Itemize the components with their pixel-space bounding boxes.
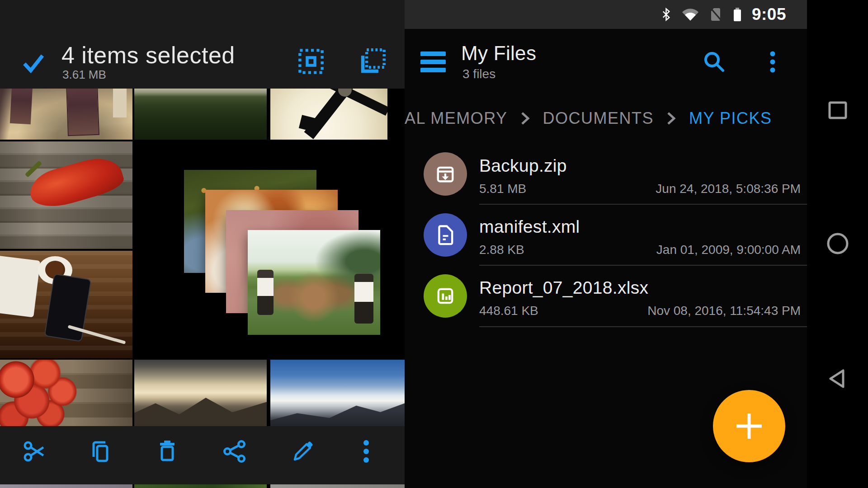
breadcrumb: AL MEMORY DOCUMENTS MY PICKS [405,108,802,128]
breadcrumb-documents[interactable]: DOCUMENTS [543,109,654,128]
file-count-label: 3 files [462,67,495,81]
search-icon[interactable] [702,49,727,75]
battery-icon [733,7,742,22]
file-size: 448.61 KB [479,303,538,318]
chili-stem [25,160,42,178]
photo-cloud-mountain-thumbnail[interactable] [134,360,267,426]
photo-tomatoes-thumbnail[interactable] [0,360,132,426]
file-manager-panel: 9:05 My Files 3 files [405,0,807,488]
mountain-silhouette [134,392,267,426]
file-row-backup-zip[interactable]: Backup.zip 5.81 MB Jun 24, 2018, 5:08:36… [405,143,807,204]
photo-detail [66,89,99,136]
share-button[interactable] [222,439,247,464]
chevron-right-icon [519,109,531,127]
breadcrumb-my-picks[interactable]: MY PICKS [689,109,772,128]
no-sim-icon [709,7,723,22]
selected-photo-cows[interactable] [248,230,380,335]
photo-desk-thumbnail[interactable] [0,251,132,358]
page-title: My Files [461,42,536,65]
wifi-icon [681,8,699,21]
clock-time: 9:05 [752,5,786,24]
selection-count-label: 4 items selected [61,42,235,69]
split-screen: 4 items selected 3.61 MB [0,0,868,488]
invert-selection-button[interactable] [359,48,386,75]
chili-pepper [26,152,127,213]
photo-field-thumbnail[interactable] [134,89,267,140]
file-date: Jun 24, 2018, 5:08:36 PM [656,181,801,196]
list-divider [479,326,807,327]
delete-button[interactable] [155,439,180,464]
selection-size-label: 3.61 MB [62,68,106,81]
spreadsheet-icon [424,274,467,318]
bluetooth-icon [661,7,671,22]
photo-sky-mountain-thumbnail[interactable] [270,360,405,426]
photo-row-peek [270,484,405,488]
breadcrumb-internal-memory[interactable]: AL MEMORY [405,109,508,128]
selection-header: 4 items selected 3.61 MB [0,0,405,89]
photo-detail [113,89,127,117]
mountain-silhouette [270,397,405,426]
plus-icon [732,409,766,443]
more-options-button[interactable] [363,439,377,464]
home-circle-icon[interactable] [826,232,849,255]
chevron-right-icon [665,109,677,127]
file-size: 5.81 MB [479,181,526,196]
file-name: Backup.zip [479,155,567,176]
add-file-fab[interactable] [713,390,785,462]
file-name: Report_07_2018.xlsx [479,277,648,298]
photo-chili-thumbnail[interactable] [0,141,132,249]
android-nav-bar [807,0,868,488]
photo-clock-thumbnail[interactable] [270,89,387,140]
file-row-report-xlsx[interactable]: Report_07_2018.xlsx 448.61 KB Nov 08, 20… [405,265,807,326]
status-bar: 9:05 [405,0,807,29]
photo-row-peek [0,484,132,488]
photo-row-peek [134,484,267,488]
hamburger-menu-icon[interactable] [420,52,446,72]
check-icon [21,50,46,75]
selection-toolbar [0,426,405,484]
select-all-button[interactable] [297,48,325,75]
app-bar: My Files 3 files [405,29,807,89]
file-date: Nov 08, 2016, 11:54:43 PM [647,303,801,318]
file-row-manifest-xml[interactable]: manifest.xml 2.88 KB Jan 01, 2009, 9:00:… [405,204,807,265]
copy-button[interactable] [87,439,113,464]
overflow-menu-icon[interactable] [769,49,783,75]
edit-button[interactable] [290,439,315,464]
photo-detail [10,89,33,124]
file-size: 2.88 KB [479,242,524,257]
gallery-panel: 4 items selected 3.61 MB [0,0,405,488]
file-date: Jan 01, 2009, 9:00:00 AM [656,242,801,257]
laptop-shape [0,256,40,318]
archive-icon [424,152,467,196]
clock-marker [299,115,317,131]
cut-button[interactable] [22,439,47,464]
recents-square-icon[interactable] [826,99,849,122]
file-name: manifest.xml [479,216,580,237]
document-icon [424,213,467,257]
photo-beach-thumbnail[interactable] [0,89,132,140]
back-triangle-icon[interactable] [826,367,849,390]
